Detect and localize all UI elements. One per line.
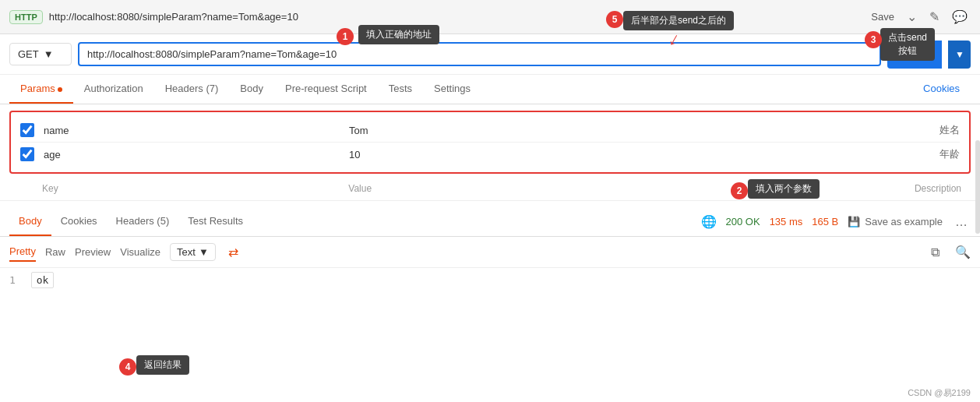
resp-tab-cookies[interactable]: Cookies: [51, 207, 107, 236]
url-input[interactable]: http://localhost:8080/simpleParam?name=T…: [78, 42, 881, 66]
param-age-checkbox[interactable]: [20, 147, 34, 161]
status-ok: 200 OK: [726, 216, 760, 227]
request-tabs-bar: Params Authorization Headers (7) Body Pr…: [0, 75, 980, 104]
param-age-value: 10: [349, 149, 654, 160]
response-value: ok: [31, 272, 55, 288]
response-body: 1 ok: [0, 268, 980, 315]
status-time: 135 ms: [770, 216, 803, 227]
divider: [0, 200, 980, 201]
save-icon: 💾: [848, 216, 860, 227]
tab-settings[interactable]: Settings: [423, 75, 481, 104]
method-chevron-icon: ▼: [44, 48, 54, 60]
response-status-section: 🌐 200 OK 135 ms 165 B 💾 Save as example …: [701, 214, 971, 229]
param-row-age: age 10 年龄: [20, 143, 960, 166]
params-dot: [58, 87, 62, 92]
tab-pre-request[interactable]: Pre-request Script: [274, 75, 378, 104]
save-example-label: Save as example: [865, 216, 943, 227]
annotation-badge-1: 1: [337, 28, 354, 45]
method-label: GET: [18, 48, 39, 60]
save-example-button[interactable]: 💾 Save as example: [848, 216, 943, 227]
text-type-select[interactable]: Text ▼: [170, 243, 216, 261]
response-bar: Body Cookies Headers (5) Test Results 🌐 …: [0, 207, 980, 237]
top-bar: HTTP http://localhost:8080/simpleParam?n…: [0, 0, 980, 34]
annotation-badge-2: 2: [731, 182, 748, 199]
tab-body[interactable]: Body: [229, 75, 274, 104]
fmt-raw[interactable]: Raw: [45, 243, 65, 261]
app-wrapper: HTTP http://localhost:8080/simpleParam?n…: [0, 0, 980, 402]
format-bar: Pretty Raw Preview Visualize Text ▼ ⇄ ⧉ …: [0, 237, 980, 268]
fmt-pretty[interactable]: Pretty: [9, 242, 36, 262]
url-text: http://localhost:8080/simpleParam?name=T…: [87, 48, 337, 60]
param-name-key: name: [44, 125, 349, 136]
annotation-badge-5: 5: [606, 11, 623, 28]
annotation-4: 返回结果: [136, 355, 189, 375]
param-name-desc: 姓名: [654, 123, 960, 137]
top-url: http://localhost:8080/simpleParam?name=T…: [49, 11, 862, 23]
param-name-value: Tom: [349, 125, 654, 136]
tab-cookies[interactable]: Cookies: [912, 75, 971, 104]
save-dropdown-button[interactable]: ⌄: [904, 6, 920, 27]
send-dropdown-button[interactable]: ▼: [948, 41, 971, 69]
tab-headers[interactable]: Headers (7): [154, 75, 230, 104]
search-icon[interactable]: 🔍: [955, 245, 971, 259]
param-name-checkbox[interactable]: [20, 123, 34, 137]
annotation-5: 后半部分是send之后的: [623, 11, 734, 30]
col-header-key: Key: [42, 183, 348, 194]
fmt-preview[interactable]: Preview: [75, 243, 111, 261]
wrap-icon[interactable]: ⇄: [228, 245, 238, 259]
method-select[interactable]: GET ▼: [9, 43, 72, 65]
params-section: name Tom 姓名 age 10 年龄: [9, 111, 971, 174]
status-size: 165 B: [812, 216, 838, 227]
footer-info: CSDN @易2199: [908, 387, 971, 399]
copy-icon[interactable]: ⧉: [931, 245, 939, 259]
param-age-key: age: [44, 149, 349, 160]
resp-tab-headers[interactable]: Headers (5): [107, 207, 179, 236]
tab-params[interactable]: Params: [9, 75, 73, 104]
annotation-badge-4: 4: [119, 358, 136, 376]
more-options-button[interactable]: …: [952, 215, 971, 229]
fmt-visualize[interactable]: Visualize: [120, 243, 160, 261]
annotation-badge-3: 3: [865, 31, 882, 48]
tab-authorization[interactable]: Authorization: [73, 75, 154, 104]
line-number: 1: [9, 274, 16, 286]
top-actions: Save ⌄ ✎ 💬: [868, 6, 971, 27]
param-age-desc: 年龄: [654, 147, 960, 161]
text-type-chevron-icon: ▼: [199, 246, 209, 258]
col-header-value: Value: [348, 183, 654, 194]
comment-icon-button[interactable]: 💬: [949, 6, 971, 27]
globe-icon: 🌐: [701, 214, 717, 229]
resp-tab-body[interactable]: Body: [9, 207, 51, 236]
annotation-3: 点击send 按钮: [880, 28, 935, 61]
http-badge: HTTP: [9, 10, 43, 24]
resp-tab-test-results[interactable]: Test Results: [178, 207, 252, 236]
param-row-name: name Tom 姓名: [20, 118, 960, 143]
annotation-2: 填入两个参数: [748, 179, 820, 199]
scrollbar[interactable]: [975, 140, 980, 234]
edit-icon-button[interactable]: ✎: [926, 6, 943, 27]
url-bar: GET ▼ http://localhost:8080/simpleParam?…: [0, 34, 980, 75]
save-button[interactable]: Save: [868, 6, 897, 27]
annotation-1: 填入正确的地址: [358, 25, 439, 44]
param-column-headers: Key Value Description: [0, 180, 980, 194]
tab-tests[interactable]: Tests: [378, 75, 423, 104]
text-type-label: Text: [177, 246, 196, 258]
